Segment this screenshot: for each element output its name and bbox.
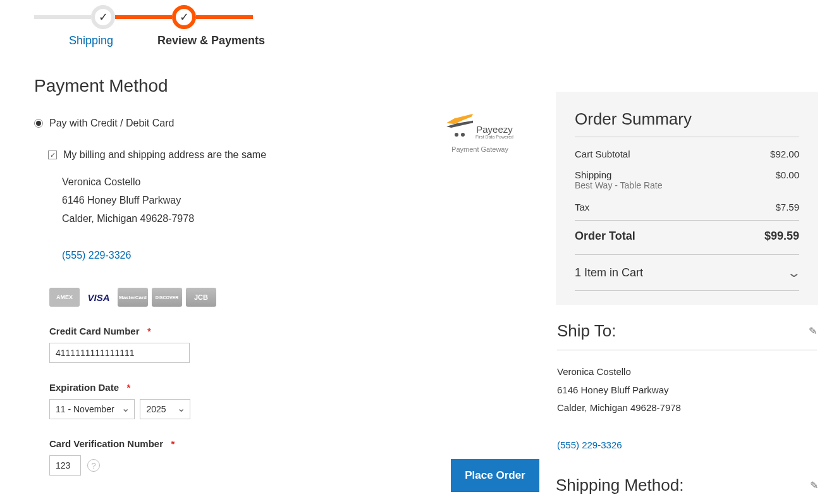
cvn-label: Card Verification Number * <box>49 438 540 449</box>
summary-title: Order Summary <box>575 109 799 137</box>
shipping-method-block: Shipping Method: ✎ Best Way - Table Rate <box>556 476 818 504</box>
step-review-icon: ✓ <box>172 5 196 29</box>
shipto-city: Calder, Michigan 49628-7978 <box>557 399 817 417</box>
shipping-value: $0.00 <box>775 169 799 180</box>
billing-name: Veronica Costello <box>62 173 540 192</box>
expiration-label: Expiration Date * <box>49 382 540 393</box>
gateway-subtext: First Data Powered <box>475 135 513 139</box>
cvn-label-text: Card Verification Number <box>49 438 163 449</box>
shipping-sub: Best Way - Table Rate <box>575 180 799 197</box>
order-summary: Order Summary Cart Subtotal $92.00 Shipp… <box>556 92 818 305</box>
cvn-input[interactable] <box>49 455 81 476</box>
cc-number-input[interactable] <box>49 343 190 363</box>
billing-city: Calder, Michigan 49628-7978 <box>62 210 540 228</box>
bar-segment <box>196 15 253 19</box>
progress-labels: Shipping Review & Payments <box>34 34 274 47</box>
cc-number-label-text: Credit Card Number <box>49 326 140 336</box>
tax-value: $7.59 <box>775 202 799 212</box>
shipto-street: 6146 Honey Bluff Parkway <box>557 381 817 400</box>
shipto-title: Ship To: <box>557 321 616 341</box>
shipto-name: Veronica Costello <box>557 363 817 381</box>
chevron-down-icon: ⌄ <box>787 265 802 280</box>
total-label: Order Total <box>575 230 635 243</box>
progress-bar: ✓ ✓ <box>34 5 253 29</box>
payeezy-swoosh-icon <box>446 114 473 128</box>
payment-option-label: Pay with Credit / Debit Card <box>49 118 174 129</box>
jcb-icon: JCB <box>186 288 216 307</box>
subtotal-label: Cart Subtotal <box>575 149 630 159</box>
sidebar: Order Summary Cart Subtotal $92.00 Shipp… <box>556 92 818 504</box>
billing-same-label: My billing and shipping address are the … <box>63 149 266 161</box>
ship-to-block: Ship To: ✎ Veronica Costello 6146 Honey … <box>556 321 818 454</box>
tax-label: Tax <box>575 202 589 212</box>
required-mark: * <box>171 438 175 449</box>
exp-year-select[interactable]: 2025 <box>140 399 190 419</box>
payeezy-wheels-icon <box>446 128 473 139</box>
edit-shipto-icon[interactable]: ✎ <box>809 325 817 337</box>
radio-icon <box>34 119 43 128</box>
amex-icon: AMEX <box>49 288 80 307</box>
bar-segment <box>34 15 91 19</box>
exp-month-select[interactable]: 11 - November <box>49 399 135 419</box>
cart-toggle-label: 1 Item in Cart <box>575 266 643 280</box>
billing-street: 6146 Honey Bluff Parkway <box>62 192 540 210</box>
step-review-label: Review & Payments <box>148 34 274 47</box>
step-shipping-link[interactable]: Shipping <box>34 34 148 47</box>
gateway-brand: Payeezy <box>475 124 513 135</box>
discover-icon: DISCOVER <box>152 288 182 307</box>
cart-items-toggle[interactable]: 1 Item in Cart ⌄ <box>575 254 799 285</box>
checkbox-icon: ✓ <box>48 151 57 159</box>
visa-icon: VISA <box>83 288 114 307</box>
card-icons-row: AMEX VISA MasterCard DISCOVER JCB <box>49 288 540 307</box>
shipto-phone-link[interactable]: (555) 229-3326 <box>557 436 622 455</box>
payment-gateway-badge: Payeezy First Data Powered Payment Gatew… <box>436 114 524 153</box>
help-icon[interactable]: ? <box>87 459 100 472</box>
cc-number-label: Credit Card Number * <box>49 326 540 336</box>
expiration-label-text: Expiration Date <box>49 382 119 393</box>
billing-phone-link[interactable]: (555) 229-3326 <box>62 247 131 265</box>
step-shipping-icon: ✓ <box>91 5 115 29</box>
bar-segment <box>115 15 172 19</box>
place-order-button[interactable]: Place Order <box>451 459 539 492</box>
total-value: $99.59 <box>764 230 799 243</box>
cc-number-field: Credit Card Number * <box>49 326 540 363</box>
shipping-label: Shipping <box>575 169 611 180</box>
edit-shipmethod-icon[interactable]: ✎ <box>810 479 818 491</box>
shipmethod-title: Shipping Method: <box>556 476 684 495</box>
expiration-field: Expiration Date * 11 - November 2025 <box>49 382 540 419</box>
payment-method-block: Pay with Credit / Debit Card ✓ My billin… <box>34 118 540 476</box>
mastercard-icon: MasterCard <box>118 288 148 307</box>
page-title: Payment Method <box>34 76 168 96</box>
billing-address: Veronica Costello 6146 Honey Bluff Parkw… <box>62 173 540 265</box>
gateway-caption: Payment Gateway <box>436 145 524 153</box>
required-mark: * <box>127 382 131 393</box>
required-mark: * <box>147 326 151 336</box>
subtotal-value: $92.00 <box>770 149 799 159</box>
